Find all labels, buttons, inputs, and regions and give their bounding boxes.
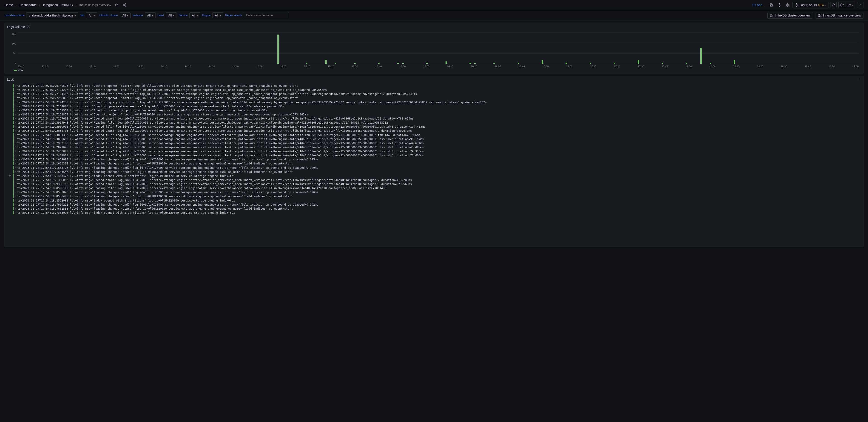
expand-icon[interactable]: ▸ xyxy=(14,203,16,206)
log-line[interactable]: ▸ts=2023-11-27T17:54:19.395594Z lvl=info… xyxy=(7,121,861,125)
log-line[interactable]: ▸ts=2023-11-27T17:54:18.760853Z lvl=info… xyxy=(7,207,861,211)
var-job-dropdown[interactable]: All xyxy=(86,12,97,18)
expand-icon[interactable]: ▸ xyxy=(14,100,16,104)
link-instance-overview[interactable]: InfluxDB instance overview xyxy=(815,12,864,19)
chart-bar[interactable] xyxy=(700,48,702,64)
var-regex-input[interactable] xyxy=(244,12,289,18)
log-line[interactable]: ▸ts=2023-11-27T17:54:19.383139Z lvl=info… xyxy=(7,133,861,137)
chart-bar[interactable] xyxy=(426,63,428,64)
expand-icon[interactable]: ▸ xyxy=(14,92,16,96)
share-icon[interactable] xyxy=(121,2,127,8)
log-line[interactable]: ▸ts=2023-11-27T17:54:19.395090Z lvl=info… xyxy=(7,125,861,129)
expand-icon[interactable]: ▸ xyxy=(14,141,16,145)
var-instance-label[interactable]: Instance xyxy=(132,14,143,17)
link-cluster-overview[interactable]: InfluxDB cluster overview xyxy=(767,12,813,19)
time-range-picker[interactable]: Last 6 hours UTC xyxy=(793,2,829,8)
expand-icon[interactable]: ▸ xyxy=(14,121,16,124)
log-line[interactable]: ▸ts=2023-11-27T17:54:19.243292Z lvl=info… xyxy=(7,153,861,158)
log-line[interactable]: ▸ts=2023-11-27T17:54:19.290218Z lvl=info… xyxy=(7,141,861,145)
refresh-interval-picker[interactable]: 1m xyxy=(845,2,855,8)
expand-icon[interactable]: ▸ xyxy=(14,166,16,169)
expand-icon[interactable]: ▸ xyxy=(14,158,16,161)
log-line[interactable]: ▸ts=2023-11-27T17:54:18.761029Z lvl=info… xyxy=(7,203,861,207)
expand-icon[interactable]: ▸ xyxy=(14,207,16,210)
expand-icon[interactable]: ▸ xyxy=(14,186,16,190)
log-line[interactable]: ▸ts=2023-11-27T17:58:51.712441Z lvl=info… xyxy=(7,92,861,96)
chart-bar[interactable] xyxy=(565,63,567,64)
log-line[interactable]: ▸ts=2023-11-27T17:54:19.160572Z lvl=info… xyxy=(7,166,861,170)
expand-icon[interactable]: ▸ xyxy=(14,129,16,132)
chart-bar[interactable] xyxy=(541,60,543,64)
chart-bar[interactable] xyxy=(493,63,495,64)
expand-icon[interactable]: ▸ xyxy=(14,96,16,100)
var-job-label[interactable]: Job xyxy=(80,14,84,17)
settings-icon[interactable] xyxy=(784,2,791,8)
log-line[interactable]: ▸ts=2023-11-27T17:54:18.853208Z lvl=info… xyxy=(7,199,861,203)
plot-area[interactable] xyxy=(18,33,859,64)
log-line[interactable]: ▸ts=2023-11-27T17:54:19.713288Z lvl=info… xyxy=(7,104,861,108)
breadcrumb-dashboards[interactable]: Dashboards xyxy=(20,3,37,7)
expand-icon[interactable]: ▸ xyxy=(14,190,16,194)
expand-icon[interactable]: ▸ xyxy=(14,117,16,120)
expand-icon[interactable]: ▸ xyxy=(14,109,16,112)
chart-bar[interactable] xyxy=(402,63,404,64)
var-service-label[interactable]: Service xyxy=(179,14,188,17)
chart-bar[interactable] xyxy=(662,63,663,64)
log-line[interactable]: ▸ts=2023-11-27T17:54:18.855782Z lvl=info… xyxy=(7,190,861,194)
log-line[interactable]: ▸ts=2023-11-27T17:54:19.712760Z lvl=info… xyxy=(7,117,861,121)
expand-icon[interactable]: ▸ xyxy=(14,170,16,173)
expand-icon[interactable]: ▸ xyxy=(14,125,16,128)
log-line[interactable]: ▸ts=2023-11-27T17:54:18.856611Z lvl=info… xyxy=(7,186,861,190)
log-line[interactable]: ▸ts=2023-11-27T17:58:51.712522Z lvl=info… xyxy=(7,88,861,92)
chart-bar[interactable] xyxy=(325,60,327,64)
expand-icon[interactable]: ▸ xyxy=(14,145,16,149)
star-icon[interactable] xyxy=(113,2,119,8)
chart-bar[interactable] xyxy=(378,63,379,64)
expand-icon[interactable]: ▸ xyxy=(14,133,16,136)
logs-body[interactable]: ▸ts=2023-11-27T18:07:50.674959Z lvl=info… xyxy=(5,83,863,216)
expand-icon[interactable]: ▸ xyxy=(14,150,16,153)
log-line[interactable]: ▸ts=2023-11-27T17:54:19.717425Z lvl=info… xyxy=(7,100,861,104)
expand-icon[interactable]: ▸ xyxy=(14,199,16,202)
log-line[interactable]: ▸ts=2023-11-27T17:54:19.713185Z lvl=info… xyxy=(7,112,861,117)
log-line[interactable]: ▸ts=2023-11-27T17:54:19.166339Z lvl=info… xyxy=(7,162,861,166)
log-line[interactable]: ▸ts=2023-11-27T17:54:19.160454Z lvl=info… xyxy=(7,170,861,174)
var-engine-label[interactable]: Engine xyxy=(202,14,211,17)
expand-icon[interactable]: ▸ xyxy=(14,195,16,198)
chart-bar[interactable] xyxy=(397,63,399,64)
chart-bar[interactable] xyxy=(306,63,307,64)
log-line[interactable]: ▸ts=2023-11-27T17:54:19.245387Z lvl=info… xyxy=(7,149,861,153)
expand-icon[interactable]: ▸ xyxy=(14,178,16,182)
var-instance-dropdown[interactable]: All xyxy=(145,12,156,18)
var-level-label[interactable]: Level xyxy=(157,14,164,17)
log-line[interactable]: ▸ts=2023-11-27T17:54:18.730509Z lvl=info… xyxy=(7,211,861,215)
chart-bar[interactable] xyxy=(734,60,735,64)
info-icon[interactable] xyxy=(27,25,30,29)
log-line[interactable]: ▸ts=2023-11-27T17:54:18.930811Z lvl=info… xyxy=(7,182,861,186)
var-service-dropdown[interactable]: All xyxy=(189,12,200,18)
log-line[interactable]: ▸ts=2023-11-27T17:54:19.166409Z lvl=info… xyxy=(7,158,861,162)
log-line[interactable]: 2x▸ts=2023-11-27T17:54:19.146347Z lvl=in… xyxy=(7,174,861,178)
log-line[interactable]: ▸ts=2023-11-27T18:07:50.674959Z lvl=info… xyxy=(7,84,861,88)
expand-icon[interactable]: ▸ xyxy=(14,174,16,177)
var-cluster-dropdown[interactable]: All xyxy=(120,12,131,18)
log-line[interactable]: ▸ts=2023-11-27T17:58:50.726880Z lvl=info… xyxy=(7,96,861,100)
log-line[interactable]: ▸ts=2023-11-27T17:54:19.380060Z lvl=info… xyxy=(7,137,861,141)
help-icon[interactable] xyxy=(776,2,782,8)
chart-area[interactable]: 150100500 13:1013:2013:3013:4013:5014:00… xyxy=(5,30,863,73)
breadcrumb-home[interactable]: Home xyxy=(4,3,13,7)
chart-bar[interactable] xyxy=(277,35,279,64)
expand-icon[interactable]: ▸ xyxy=(14,137,16,140)
chart-bar[interactable] xyxy=(474,63,475,64)
chart-bar[interactable] xyxy=(445,61,447,64)
chart-bar[interactable] xyxy=(335,63,336,64)
var-cluster-label[interactable]: Influxdb_cluster xyxy=(99,14,118,17)
expand-icon[interactable]: ▸ xyxy=(14,104,16,108)
expand-icon[interactable]: ▸ xyxy=(14,211,16,215)
var-regex-label[interactable]: Regex search xyxy=(225,14,242,17)
chart-legend[interactable]: info xyxy=(14,69,23,72)
add-button[interactable]: Add xyxy=(750,2,766,8)
chart-bar[interactable] xyxy=(614,63,615,64)
expand-icon[interactable]: ▸ xyxy=(14,162,16,165)
chart-bar[interactable] xyxy=(638,60,639,64)
